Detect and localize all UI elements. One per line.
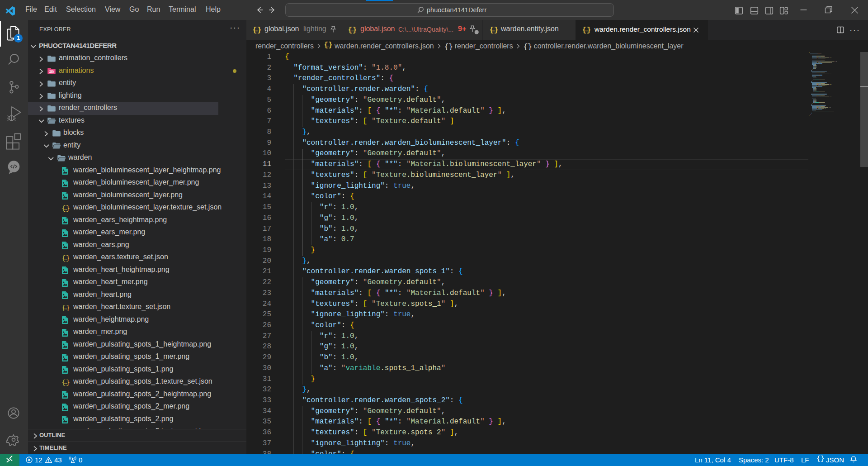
svg-text:}: } — [528, 42, 532, 51]
svg-text:}: } — [328, 41, 332, 49]
svg-text:{: { — [253, 26, 257, 34]
svg-text:}: } — [448, 42, 453, 51]
svg-text:}: } — [352, 26, 356, 34]
svg-text:{: { — [61, 304, 66, 312]
svg-text:{: { — [61, 205, 66, 212]
svg-text:{: { — [582, 26, 587, 34]
svg-text:}: } — [66, 255, 70, 262]
svg-text:}: } — [66, 205, 70, 212]
svg-text:}: } — [494, 26, 498, 34]
svg-text:}: } — [66, 379, 70, 386]
svg-text:{: { — [61, 255, 66, 262]
svg-text:{: { — [490, 26, 494, 34]
svg-text:}: } — [257, 26, 261, 34]
svg-text:{: { — [324, 41, 328, 49]
svg-text:}: } — [66, 304, 70, 312]
svg-text:{: { — [348, 26, 353, 34]
svg-text:{: { — [61, 379, 66, 386]
svg-text:}: } — [586, 26, 590, 34]
